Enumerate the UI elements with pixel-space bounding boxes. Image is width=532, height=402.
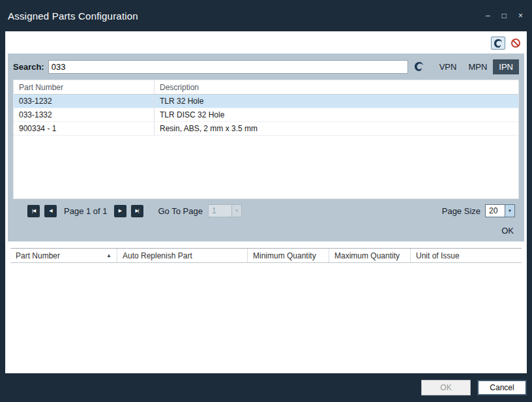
close-button[interactable]: × <box>518 12 523 20</box>
window-controls: – □ × <box>486 12 523 20</box>
search-label: Search: <box>13 62 44 72</box>
panel-ok-button[interactable]: OK <box>497 225 519 236</box>
column-label: Part Number <box>16 251 60 260</box>
column-header-part-number[interactable]: Part Number ▲ <box>10 249 117 262</box>
search-results-table: Part Number Description 033-1232 TLR 32 … <box>13 80 519 199</box>
window-title: Assigned Parts Configuration <box>8 10 486 22</box>
next-page-button[interactable]: ▶ <box>114 205 126 217</box>
last-page-button[interactable]: ▶| <box>131 205 143 217</box>
column-header-description[interactable]: Description <box>155 80 518 94</box>
part-number-type-buttons: VPN MPN IPN <box>434 59 519 74</box>
results-table-header: Part Number Description <box>14 80 518 95</box>
previous-page-button[interactable]: ◀ <box>44 205 57 217</box>
dialog-footer: OK Cancel <box>0 373 532 402</box>
chevron-down-icon[interactable]: ▼ <box>231 205 241 217</box>
part-number-cell: 900334 - 1 <box>14 122 155 135</box>
column-header-maximum-quantity[interactable]: Maximum Quantity <box>329 249 411 262</box>
minimize-button[interactable]: – <box>486 12 490 20</box>
search-input[interactable] <box>48 60 408 74</box>
lookup-swirl-icon[interactable] <box>491 37 505 50</box>
column-header-unit-of-issue[interactable]: Unit of Issue <box>411 249 522 262</box>
column-header-minimum-quantity[interactable]: Minimum Quantity <box>248 249 329 262</box>
table-row[interactable]: 033-1332 TLR DISC 32 Hole <box>14 108 518 122</box>
go-to-page-input[interactable]: 1 ▼ <box>208 204 242 217</box>
assigned-table-header: Part Number ▲ Auto Replenish Part Minimu… <box>10 249 522 263</box>
page-indicator: Page 1 of 1 <box>64 206 108 216</box>
table-row[interactable]: 900334 - 1 Resin, ABS, 2 mm x 3.5 mm <box>14 122 518 136</box>
ipn-button[interactable]: IPN <box>493 59 519 74</box>
page-size-select[interactable]: 20 ▼ <box>485 204 515 217</box>
search-panel: Search: VPN MPN IPN Part Number Descript… <box>8 54 524 241</box>
results-table-empty-area <box>14 136 518 198</box>
description-cell: TLR DISC 32 Hole <box>155 108 518 121</box>
go-to-page-value: 1 <box>209 205 231 217</box>
description-cell: Resin, ABS, 2 mm x 3.5 mm <box>155 122 518 135</box>
prohibit-icon[interactable] <box>509 37 523 50</box>
dialog-window: Assigned Parts Configuration – □ × <box>0 0 532 402</box>
column-header-auto-replenish[interactable]: Auto Replenish Part <box>117 249 248 262</box>
chevron-down-icon[interactable]: ▼ <box>505 205 514 217</box>
part-number-cell: 033-1332 <box>14 108 155 121</box>
page-size-value: 20 <box>486 205 505 217</box>
page-size-label: Page Size <box>442 206 480 216</box>
dialog-content: Search: VPN MPN IPN Part Number Descript… <box>5 31 527 373</box>
go-to-page-label: Go To Page <box>158 206 203 216</box>
assigned-parts-table: Part Number ▲ Auto Replenish Part Minimu… <box>10 248 522 373</box>
table-row[interactable]: 033-1232 TLR 32 Hole <box>14 95 518 108</box>
mini-toolbar <box>5 31 527 54</box>
assigned-table-empty-area <box>10 263 522 373</box>
maximize-button[interactable]: □ <box>502 12 507 20</box>
mpn-button[interactable]: MPN <box>462 59 493 74</box>
ok-button[interactable]: OK <box>421 380 471 395</box>
pager: |◀ ◀ Page 1 of 1 ▶ ▶| Go To Page 1 ▼ Pag… <box>13 203 519 219</box>
first-page-button[interactable]: |◀ <box>27 205 40 217</box>
part-number-cell: 033-1232 <box>14 95 155 108</box>
lookup-swirl-icon[interactable] <box>412 61 426 72</box>
description-cell: TLR 32 Hole <box>155 95 518 108</box>
search-row: Search: VPN MPN IPN <box>13 59 519 74</box>
column-header-part-number[interactable]: Part Number <box>14 80 155 94</box>
cancel-button[interactable]: Cancel <box>477 380 527 395</box>
vpn-button[interactable]: VPN <box>434 59 463 74</box>
sort-ascending-icon[interactable]: ▲ <box>106 253 111 258</box>
titlebar: Assigned Parts Configuration – □ × <box>0 0 532 31</box>
